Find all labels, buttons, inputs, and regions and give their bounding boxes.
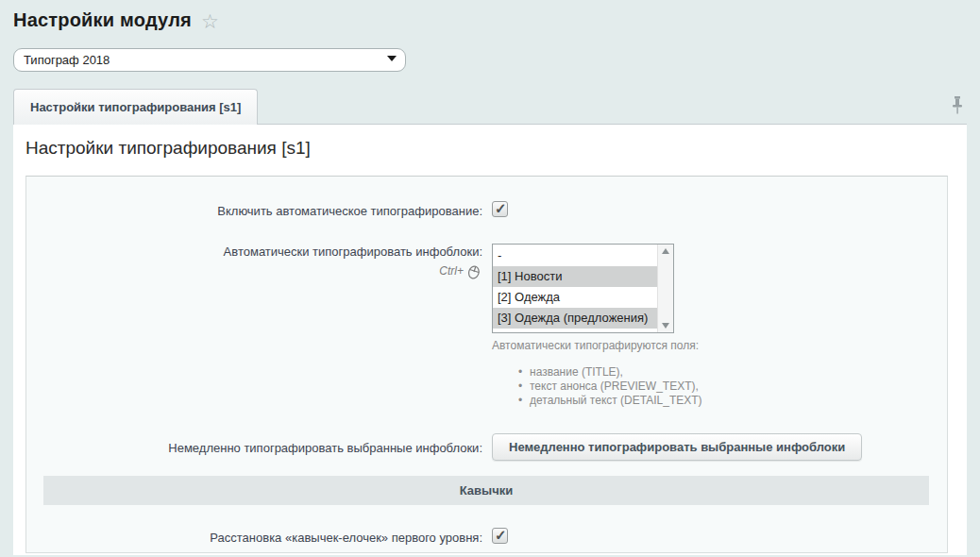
auto-typography-checkbox[interactable] (492, 201, 508, 217)
page-title: Настройки модуля (13, 9, 192, 31)
first-level-quotes-label: Расстановка «кавычек-елочек» первого уро… (26, 530, 482, 546)
listbox-scrollbar[interactable] (657, 245, 673, 332)
immediate-label: Немедленно типографировать выбранные инф… (26, 440, 482, 456)
help-field-item: детальный текст (DETAIL_TEXT) (518, 394, 702, 408)
listbox-option[interactable]: [2] Одежда (493, 287, 657, 308)
auto-typography-label: Включить автоматическое типографирование… (26, 203, 482, 219)
settings-page: Настройки модуля Типограф 2018 Настройки… (0, 0, 980, 557)
infoblocks-help: Автоматически типографируются поля: назв… (492, 339, 702, 408)
row-auto-typography: Включить автоматическое типографирование… (26, 177, 947, 219)
immediate-typography-button[interactable]: Немедленно типографировать выбранные инф… (492, 433, 862, 461)
infoblocks-options: - [1] Новости [2] Одежда [3] Одежда (пре… (493, 245, 657, 332)
ctrl-click-hint: Ctrl+ (26, 263, 482, 279)
quotes-section-header: Кавычки (43, 476, 929, 505)
listbox-option[interactable]: [3] Одежда (предложения) (493, 308, 657, 329)
row-first-level-quotes: Расстановка «кавычек-елочек» первого уро… (26, 530, 947, 546)
help-field-list: название (TITLE), текст анонса (PREVIEW_… (518, 365, 702, 408)
scroll-up-icon[interactable] (662, 248, 669, 254)
listbox-option[interactable]: - (493, 245, 657, 266)
infoblocks-label-wrap: Автоматически типографировать инфоблоки:… (26, 244, 482, 279)
mouse-icon (465, 263, 482, 279)
first-level-quotes-checkbox[interactable] (492, 528, 508, 544)
row-infoblocks: Автоматически типографировать инфоблоки:… (26, 244, 947, 333)
settings-form: Включить автоматическое типографирование… (25, 176, 948, 553)
tab-content: Настройки типографирования [s1] Включить… (13, 125, 967, 555)
listbox-option[interactable]: [1] Новости (493, 266, 657, 287)
row-immediate: Немедленно типографировать выбранные инф… (26, 440, 947, 461)
module-select-value: Типограф 2018 (24, 53, 110, 67)
scroll-down-icon[interactable] (662, 323, 669, 329)
section-heading: Настройки типографирования [s1] (13, 125, 967, 159)
help-title: Автоматически типографируются поля: (492, 339, 702, 352)
page-header: Настройки модуля (0, 0, 980, 31)
row-help: Автоматически типографируются поля: назв… (26, 333, 947, 408)
module-select[interactable]: Типограф 2018 (13, 48, 406, 72)
dropdown-arrow-icon (387, 56, 397, 61)
help-field-item: текст анонса (PREVIEW_TEXT), (518, 380, 702, 394)
tab-bar: Настройки типографирования [s1] (0, 89, 980, 125)
help-field-item: название (TITLE), (518, 365, 702, 380)
favorite-star-icon[interactable] (201, 11, 219, 31)
tab-typography-settings[interactable]: Настройки типографирования [s1] (13, 89, 258, 125)
ctrl-hint-text: Ctrl+ (439, 263, 464, 279)
pin-icon[interactable] (951, 96, 964, 117)
infoblocks-label: Автоматически типографировать инфоблоки: (224, 245, 482, 259)
infoblocks-listbox[interactable]: - [1] Новости [2] Одежда [3] Одежда (пре… (492, 244, 674, 333)
